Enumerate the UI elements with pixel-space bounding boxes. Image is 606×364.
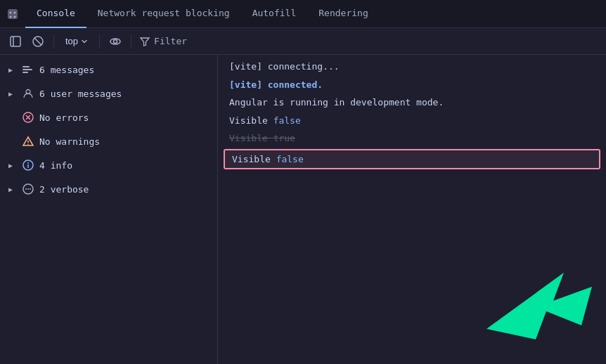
console-log-panel: [vite] connecting... [vite] connected. A… [218, 55, 606, 364]
expand-arrow-verbose: ▶ [8, 186, 17, 193]
svg-point-2 [10, 15, 12, 18]
svg-point-18 [27, 162, 29, 164]
log-line: [vite] connecting... [218, 58, 606, 76]
svg-point-1 [14, 11, 16, 13]
sidebar-messages-label: 6 messages [39, 65, 94, 75]
log-value: true [273, 131, 295, 145]
sidebar-item-user-messages[interactable]: ▶ 6 user messages [0, 82, 217, 105]
svg-point-0 [10, 11, 12, 13]
tab-rendering[interactable]: Rendering [307, 0, 379, 28]
sidebar-item-messages[interactable]: ▶ 6 messages [0, 58, 217, 82]
error-icon [22, 112, 34, 123]
expand-arrow-user-messages: ▶ [8, 90, 17, 98]
svg-line-7 [34, 38, 41, 45]
sidebar-item-no-errors[interactable]: ▶ No errors [0, 105, 217, 129]
log-line-strikethrough: Visible true [218, 129, 606, 148]
sidebar-item-verbose[interactable]: ▶ 2 verbose [0, 177, 217, 201]
svg-point-22 [30, 188, 31, 190]
svg-point-20 [25, 188, 27, 190]
console-sidebar: ▶ 6 messages ▶ 6 user messages ▶ [0, 55, 218, 364]
tab-console[interactable]: Console [25, 0, 86, 28]
sidebar-item-info[interactable]: ▶ 4 info [0, 153, 217, 177]
sidebar-info-label: 4 info [39, 160, 72, 171]
log-text: Visible [229, 131, 273, 145]
log-value: false [273, 114, 301, 128]
sidebar-verbose-label: 2 verbose [39, 184, 89, 195]
svg-point-3 [14, 15, 16, 18]
toolbar-separator-2 [99, 34, 100, 48]
log-value: false [276, 152, 304, 167]
info-icon [22, 160, 34, 171]
log-line-highlighted: Visible false [224, 149, 600, 170]
menu-dots-icon [8, 9, 18, 19]
console-toolbar: top Filter [0, 28, 606, 55]
sidebar-item-no-warnings[interactable]: ▶ No warnings [0, 129, 217, 153]
filter-label: Filter [154, 36, 187, 46]
tab-network-request-blocking[interactable]: Network request blocking [86, 0, 241, 28]
sidebar-no-warnings-label: No warnings [39, 136, 100, 147]
toolbar-separator-1 [53, 34, 54, 48]
main-content: ▶ 6 messages ▶ 6 user messages ▶ [0, 55, 606, 364]
log-text: [vite] connected. [229, 78, 323, 92]
expand-arrow-info: ▶ [8, 162, 17, 169]
tab-bar: Console Network request blocking Autofil… [0, 0, 606, 28]
context-selector[interactable]: top [60, 34, 94, 48]
clear-console-button[interactable] [28, 32, 48, 51]
tab-autofill[interactable]: Autofill [241, 0, 308, 28]
user-icon [22, 88, 34, 99]
log-text: Angular is running in development mode. [229, 96, 444, 110]
toolbar-separator-3 [131, 34, 131, 48]
filter-icon [140, 37, 150, 46]
log-line: [vite] connected. [218, 76, 606, 94]
filter-area: Filter [140, 36, 187, 46]
svg-point-15 [27, 143, 29, 145]
log-text: Visible [232, 152, 276, 167]
svg-point-21 [27, 188, 29, 190]
log-text: [vite] connecting... [229, 60, 340, 74]
verbose-icon [22, 183, 34, 195]
log-text: Visible [229, 114, 273, 128]
svg-point-9 [114, 39, 117, 43]
devtools-menu-button[interactable] [6, 7, 20, 21]
expand-arrow-messages: ▶ [8, 66, 17, 74]
log-line: Visible false [218, 112, 606, 130]
warning-icon [22, 136, 34, 147]
sidebar-user-messages-label: 6 user messages [39, 89, 122, 99]
toggle-sidebar-button[interactable] [6, 32, 25, 51]
log-line: Angular is running in development mode. [218, 93, 606, 112]
svg-rect-4 [11, 37, 20, 46]
sidebar-no-errors-label: No errors [39, 112, 89, 123]
list-icon [22, 64, 34, 75]
eye-toggle-button[interactable] [105, 32, 125, 51]
